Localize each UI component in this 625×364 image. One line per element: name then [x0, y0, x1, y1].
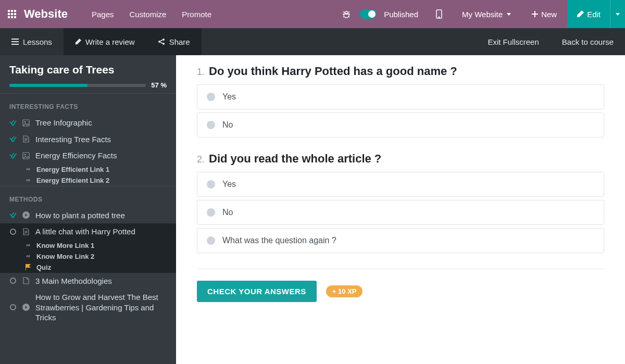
site-dropdown[interactable]: My Website — [452, 10, 521, 19]
lesson-item[interactable]: Energy Efficiency Facts — [0, 147, 176, 164]
lesson-label: Tree Infographic — [35, 118, 167, 128]
circle-icon — [9, 277, 17, 284]
image-icon — [22, 119, 30, 127]
lesson-item[interactable]: Interesting Tree Facts — [0, 131, 176, 148]
radio-icon — [207, 121, 215, 129]
progress-fill — [9, 84, 88, 87]
lesson-label: 3 Main Methodologies — [35, 276, 167, 286]
circle-icon — [9, 228, 17, 235]
doc-icon — [22, 228, 30, 235]
lesson-item[interactable]: How to plant a potted tree — [0, 207, 176, 224]
back-to-course-button[interactable]: Back to course — [551, 37, 625, 46]
play-icon — [22, 304, 30, 311]
lesson-label: A little chat with Harry Potted — [35, 227, 167, 237]
lessons-tab[interactable]: Lessons — [0, 28, 64, 55]
sub-label: Quiz — [36, 263, 51, 271]
lesson-item[interactable]: A little chat with Harry Potted — [0, 223, 176, 240]
question-title: 1.Do you think Harry Potted has a good n… — [197, 65, 604, 78]
published-toggle[interactable] — [360, 9, 377, 19]
image-icon — [22, 152, 30, 159]
sub-label: Energy Efficient Link 2 — [36, 177, 109, 184]
pencil-icon — [75, 39, 81, 45]
exit-fullscreen-button[interactable]: Exit Fullscreen — [476, 37, 550, 46]
svg-rect-3 — [11, 41, 19, 42]
menu-pages[interactable]: Pages — [92, 10, 114, 19]
sub-item-link[interactable]: Energy Efficient Link 1 — [0, 164, 176, 175]
edit-button[interactable]: Edit — [567, 0, 610, 28]
check-answers-button[interactable]: CHECK YOUR ANSWERS — [197, 281, 317, 302]
sub-label: Know More Link 1 — [36, 242, 94, 249]
lesson-label: How to plant a potted tree — [35, 210, 167, 221]
brand-title[interactable]: Website — [24, 7, 83, 21]
published-label: Published — [380, 10, 427, 19]
new-label: New — [541, 10, 557, 19]
doc-icon — [22, 135, 30, 143]
apps-icon[interactable] — [0, 0, 24, 28]
edit-dropdown[interactable] — [610, 0, 625, 28]
section-block: INTERESTING FACTSTree InfographicInteres… — [0, 93, 176, 186]
svg-rect-4 — [11, 44, 19, 45]
check-icon — [9, 119, 17, 127]
radio-icon — [207, 208, 215, 217]
lesson-item[interactable]: Tree Infographic — [0, 115, 176, 131]
new-button[interactable]: New — [521, 10, 567, 19]
question-number: 2. — [197, 154, 205, 165]
xp-badge: + 10 XP — [326, 285, 363, 297]
subbar: Lessons Write a review Share Exit Fullsc… — [0, 28, 625, 55]
share-tab[interactable]: Share — [146, 28, 202, 55]
pencil-icon — [577, 10, 584, 18]
course-header: Taking care of Trees 57 % — [0, 55, 176, 93]
section-header: INTERESTING FACTS — [0, 94, 176, 115]
bug-icon[interactable] — [333, 10, 360, 18]
subbar-right: Exit Fullscreen Back to course — [476, 37, 625, 46]
option-label: No — [222, 208, 233, 217]
menu-customize[interactable]: Customize — [130, 10, 167, 19]
lessons-label: Lessons — [23, 37, 52, 46]
action-row: CHECK YOUR ANSWERS + 10 XP — [197, 269, 604, 302]
course-title: Taking care of Trees — [9, 64, 167, 76]
svg-point-11 — [24, 154, 26, 155]
sub-item-quiz[interactable]: Quiz — [0, 262, 176, 273]
menu-promote[interactable]: Promote — [182, 10, 211, 19]
answer-option[interactable]: No — [197, 200, 604, 225]
question-text: Do you think Harry Potted has a good nam… — [209, 65, 457, 78]
lesson-item[interactable]: 3 Main Methodologies — [0, 273, 176, 290]
main-content: 1.Do you think Harry Potted has a good n… — [176, 55, 625, 364]
svg-point-6 — [162, 39, 165, 41]
svg-rect-2 — [11, 39, 19, 40]
question-block: 2.Did you read the whole article ?YesNoW… — [197, 152, 604, 253]
sub-item-link[interactable]: Energy Efficient Link 2 — [0, 175, 176, 186]
hamburger-icon — [11, 39, 19, 45]
flag-icon — [25, 264, 32, 270]
play-icon — [22, 211, 30, 219]
question-text: Did you read the whole article ? — [209, 152, 381, 166]
radio-icon — [207, 93, 215, 101]
sub-item-link[interactable]: Know More Link 1 — [0, 240, 176, 251]
sub-label: Know More Link 2 — [36, 253, 94, 260]
check-icon — [9, 152, 17, 159]
question-number: 1. — [197, 67, 205, 78]
share-icon — [158, 38, 165, 45]
lesson-item[interactable]: How to Grow and Harvest The Best Strawbe… — [0, 289, 176, 326]
layout: Taking care of Trees 57 % INTERESTING FA… — [0, 55, 625, 364]
check-icon — [9, 135, 17, 143]
check-icon — [9, 211, 17, 219]
sub-item-link[interactable]: Know More Link 2 — [0, 251, 176, 262]
link-icon — [25, 177, 32, 183]
option-label: What was the question again ? — [222, 236, 336, 245]
progress-row: 57 % — [9, 81, 167, 89]
review-label: Write a review — [85, 37, 135, 46]
mobile-preview-icon[interactable] — [427, 9, 452, 19]
plus-icon — [532, 11, 538, 17]
link-icon — [25, 253, 32, 259]
answer-option[interactable]: Yes — [197, 172, 604, 197]
lesson-label: Interesting Tree Facts — [35, 134, 167, 145]
svg-point-9 — [24, 121, 26, 122]
answer-option[interactable]: Yes — [197, 84, 604, 109]
answer-option[interactable]: No — [197, 112, 604, 137]
link-icon — [25, 166, 32, 172]
chevron-down-icon — [507, 13, 511, 16]
question-title: 2.Did you read the whole article ? — [197, 152, 604, 166]
answer-option[interactable]: What was the question again ? — [197, 228, 604, 253]
write-review-tab[interactable]: Write a review — [64, 28, 146, 55]
